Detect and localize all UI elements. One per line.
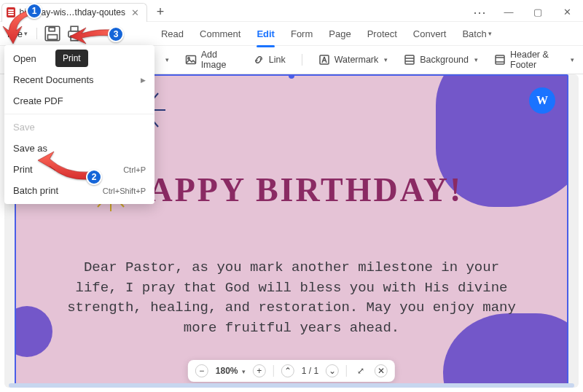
background-button[interactable]: Background▾	[401, 52, 481, 68]
tab-page[interactable]: Page	[327, 26, 352, 42]
chevron-down-icon: ▾	[384, 56, 388, 63]
tab-edit[interactable]: Edit	[255, 26, 276, 42]
callout-number-1: 1	[26, 3, 42, 19]
zoom-out-button[interactable]: −	[195, 364, 208, 377]
menu-save: Save	[4, 117, 154, 138]
selection-handle[interactable]	[289, 74, 294, 79]
callout-number-3: 3	[108, 26, 124, 42]
chevron-right-icon: ▶	[141, 77, 146, 84]
add-image-button[interactable]: Add Image	[182, 47, 240, 72]
link-icon	[253, 54, 265, 66]
svg-rect-10	[496, 55, 504, 64]
tab-read[interactable]: Read	[160, 26, 185, 42]
decoration-blob	[15, 306, 52, 357]
image-icon	[185, 54, 197, 66]
callout-arrow-2	[36, 144, 93, 191]
chevron-down-icon: ▾	[165, 56, 169, 63]
print-tooltip: Print	[55, 50, 88, 67]
next-page-button[interactable]: ⌄	[326, 364, 339, 377]
tab-convert[interactable]: Convert	[412, 26, 448, 42]
header-footer-icon	[494, 54, 506, 66]
link-button[interactable]: Link	[250, 52, 289, 68]
tab-comment[interactable]: Comment	[198, 26, 242, 42]
horizontal-scrollbar[interactable]	[9, 383, 574, 388]
watermark-icon	[318, 54, 330, 66]
tab-batch[interactable]: Batch▾	[461, 26, 493, 42]
svg-rect-8	[320, 55, 329, 64]
separator	[346, 365, 347, 377]
minimize-button[interactable]: —	[494, 3, 523, 22]
watermark-label: Watermark	[334, 55, 379, 65]
watermark-button[interactable]: Watermark▾	[316, 52, 391, 68]
close-zoom-button[interactable]: ✕	[375, 364, 388, 377]
add-image-label: Add Image	[201, 50, 237, 70]
tab-form[interactable]: Form	[289, 26, 314, 42]
header-footer-label: Header & Footer	[510, 50, 565, 70]
svg-rect-2	[49, 28, 55, 31]
svg-rect-1	[47, 35, 57, 40]
zoom-level[interactable]: 180% ▾	[216, 366, 246, 376]
titlebar: birthday-wis…thday-qoutes ✕ + ⋯ — ▢ ✕	[0, 0, 583, 22]
tab-close-icon[interactable]: ✕	[131, 7, 139, 18]
save-quick-button[interactable]	[43, 25, 62, 42]
document-body-text: Dear Pastor, as you mark another milesto…	[60, 258, 523, 338]
chevron-down-icon: ▾	[474, 56, 478, 63]
header-footer-button[interactable]: Header & Footer▾	[491, 47, 577, 72]
new-tab-button[interactable]: +	[152, 4, 169, 21]
zoom-in-button[interactable]: +	[253, 364, 266, 377]
svg-rect-9	[405, 55, 414, 64]
window-controls: ⋯ — ▢ ✕	[465, 3, 582, 22]
svg-point-7	[187, 58, 189, 59]
separator	[273, 365, 274, 377]
chevron-down-icon: ▾	[571, 56, 574, 63]
callout-number-2: 2	[86, 169, 102, 185]
fullscreen-button[interactable]: ⤢	[354, 364, 367, 377]
background-icon	[404, 54, 415, 66]
page-indicator: 1 / 1	[302, 366, 318, 376]
separator	[4, 114, 154, 114]
separator	[302, 54, 302, 66]
svg-rect-6	[186, 56, 195, 64]
shortcut-label: Ctrl+Shift+P	[103, 187, 146, 195]
zoom-controls: − 180% ▾ + ⌃ 1 / 1 ⌄ ⤢ ✕	[188, 360, 395, 382]
close-window-button[interactable]: ✕	[552, 3, 582, 22]
mode-tabs: Read Comment Edit Form Page Protect Conv…	[160, 26, 493, 42]
tab-protect[interactable]: Protect	[366, 26, 399, 42]
background-label: Background	[420, 55, 469, 65]
menu-recent-documents[interactable]: Recent Documents▶	[4, 69, 154, 90]
maximize-button[interactable]: ▢	[523, 3, 552, 22]
word-badge[interactable]: W	[529, 87, 555, 114]
menu-create-pdf[interactable]: Create PDF	[4, 90, 154, 111]
chevron-down-icon: ▾	[242, 368, 246, 375]
link-label: Link	[269, 55, 286, 65]
chevron-down-icon: ▾	[488, 30, 492, 37]
prev-page-button[interactable]: ⌃	[281, 364, 294, 377]
more-button[interactable]: ⋯	[465, 3, 494, 22]
shortcut-label: Ctrl+P	[123, 165, 146, 174]
